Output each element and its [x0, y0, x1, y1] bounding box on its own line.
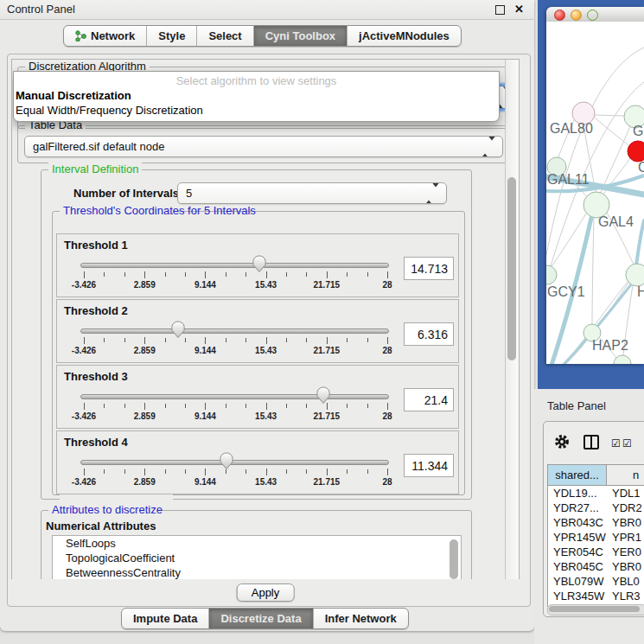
zoom-traffic-light-icon[interactable] — [587, 10, 598, 21]
split-columns-icon[interactable] — [583, 435, 599, 450]
table-cell[interactable]: YLR3 — [608, 589, 641, 603]
tick — [387, 403, 388, 410]
close-traffic-light-icon[interactable] — [554, 10, 565, 21]
network-canvas[interactable]: GAL80 G. C GAL11 GAL4 GCY1 H HAP2 — [546, 22, 644, 364]
column-header-shared-name[interactable]: shared... — [547, 464, 607, 486]
network-graph: GAL80 G. C GAL11 GAL4 GCY1 H HAP2 — [546, 22, 644, 364]
tick — [387, 337, 388, 344]
table-cell[interactable]: YPR145W — [548, 530, 608, 545]
float-window-icon[interactable] — [495, 5, 505, 15]
table-cell[interactable]: YER054C — [548, 545, 608, 559]
network-edge[interactable] — [595, 115, 624, 116]
application-window: Control Panel ✕ Network Style Select Cyn… — [0, 0, 644, 644]
table-cell[interactable]: YPR1 — [608, 530, 641, 545]
network-node-selected-red[interactable] — [628, 141, 644, 162]
threshold-label: Threshold 1 — [64, 239, 128, 252]
slider-thumb[interactable] — [316, 386, 331, 405]
stepper-icon[interactable] — [481, 140, 495, 153]
tab-select[interactable]: Select — [197, 26, 253, 46]
table-cell[interactable]: YBR045C — [548, 559, 608, 574]
control-panel: Control Panel ✕ Network Style Select Cyn… — [0, 0, 534, 631]
horizontal-scrollbar[interactable] — [547, 604, 644, 615]
network-view-window[interactable]: GAL80 G. C GAL11 GAL4 GCY1 H HAP2 — [546, 7, 644, 364]
node-label: GCY1 — [547, 284, 585, 299]
network-edge-highlighted[interactable] — [636, 220, 644, 265]
attribute-item[interactable]: BetweennessCentrality — [53, 565, 461, 580]
tick-label: 21.715 — [314, 280, 341, 290]
list-scrollbar[interactable] — [450, 538, 459, 581]
table-row[interactable]: YER054CYER0 — [548, 545, 644, 559]
table-row[interactable]: YBR045CYBR0 — [548, 559, 644, 574]
network-node-gcy1[interactable] — [546, 265, 557, 284]
table-header: shared... n — [547, 464, 644, 486]
network-edge[interactable] — [592, 218, 594, 324]
threshold-slider[interactable]: -3.4262.8599.14415.4321.71528 — [80, 321, 389, 359]
table-row[interactable]: YDL19...YDL1 — [548, 486, 644, 501]
table-cell[interactable]: YBR043C — [548, 515, 608, 530]
table-cell[interactable]: YBR0 — [608, 515, 641, 530]
number-of-intervals-combobox[interactable]: 5 — [177, 182, 447, 204]
table-row[interactable]: YDR27...YDR2 — [548, 501, 644, 515]
slider-ruler: -3.4262.8599.14415.4321.71528 — [84, 337, 387, 358]
apply-button[interactable]: Apply — [237, 583, 295, 602]
popup-option-manual[interactable]: Manual Discretization — [14, 88, 499, 103]
threshold-value-field[interactable]: 6.316 — [404, 322, 454, 346]
minimize-traffic-light-icon[interactable] — [571, 10, 582, 21]
table-row[interactable]: YPR145WYPR1 — [548, 530, 644, 545]
tab-label: Cyni Toolbox — [265, 29, 335, 42]
table-cell[interactable]: YBR0 — [608, 559, 641, 574]
control-panel-titlebar[interactable]: Control Panel ✕ — [0, 0, 534, 20]
tab-discretize-data[interactable]: Discretize Data — [209, 609, 313, 628]
threshold-value-field[interactable]: 21.4 — [404, 388, 454, 411]
close-icon[interactable]: ✕ — [514, 3, 524, 16]
stepper-icon[interactable] — [425, 187, 439, 200]
threshold-slider[interactable]: -3.4262.8599.14415.4321.71528 — [80, 386, 389, 424]
attribute-item[interactable]: TopologicalCoefficient — [53, 551, 461, 565]
vertical-scrollbar-thumb[interactable] — [507, 177, 516, 360]
tick-label: 9.144 — [194, 477, 216, 487]
tick-label: 28 — [382, 477, 392, 487]
table-cell[interactable]: YBL079W — [548, 574, 608, 589]
horizontal-scrollbar-thumb[interactable] — [549, 606, 640, 612]
table-row[interactable]: YLR345WYLR3 — [548, 589, 644, 603]
vertical-scrollbar[interactable] — [505, 60, 519, 580]
checkbox-icon[interactable]: ☑ — [611, 439, 621, 448]
slider-thumb[interactable] — [219, 452, 233, 470]
table-cell[interactable]: YLR345W — [548, 589, 608, 603]
column-header-name[interactable]: n — [607, 464, 644, 486]
checkbox-icon[interactable]: ☑ — [622, 439, 632, 448]
tab-label: Style — [158, 29, 185, 42]
slider-thumb[interactable] — [252, 255, 266, 273]
threshold-slider[interactable]: -3.4262.8599.14415.4321.71528 — [80, 255, 389, 293]
slider-thumb[interactable] — [170, 321, 185, 339]
attribute-item[interactable]: SelfLoops — [53, 536, 461, 551]
settings-gear-icon[interactable] — [554, 434, 570, 452]
tab-cyni-toolbox[interactable]: Cyni Toolbox — [254, 26, 348, 46]
table-cell[interactable]: YBL0 — [608, 574, 640, 589]
numerical-attributes-list: SelfLoopsTopologicalCoefficientBetweenne… — [53, 536, 461, 580]
tab-network[interactable]: Network — [64, 26, 147, 46]
network-node-h[interactable] — [626, 264, 644, 286]
tick-label: -3.426 — [72, 280, 96, 290]
table-cell[interactable]: YDR27... — [548, 501, 608, 515]
tab-infer-network[interactable]: Infer Network — [314, 609, 408, 628]
table-cell[interactable]: YDL1 — [608, 486, 641, 501]
threshold-value-field[interactable]: 11.344 — [404, 454, 454, 477]
threshold-slider[interactable]: -3.4262.8599.14415.4321.71528 — [80, 452, 389, 490]
table-cell[interactable]: YDL19... — [548, 486, 608, 501]
tab-style[interactable]: Style — [147, 26, 197, 46]
bottom-tab-bar: Impute Data Discretize Data Infer Networ… — [121, 608, 409, 629]
network-node-bottom[interactable] — [614, 355, 631, 364]
table-cell[interactable]: YDR2 — [608, 501, 642, 515]
tab-jactivemnodules[interactable]: jActiveMNodules — [348, 26, 461, 46]
table-row[interactable]: YBL079WYBL0 — [548, 574, 644, 589]
numerical-attributes-listbox[interactable]: SelfLoopsTopologicalCoefficientBetweenne… — [52, 535, 462, 581]
popup-option-equal-width[interactable]: Equal Width/Frequency Discretization — [14, 103, 499, 118]
table-cell[interactable]: YER0 — [608, 545, 641, 559]
tab-impute-data[interactable]: Impute Data — [122, 609, 209, 628]
list-scrollbar-thumb[interactable] — [450, 539, 458, 579]
table-row[interactable]: YBR043CYBR0 — [548, 515, 644, 530]
network-window-titlebar[interactable] — [546, 7, 644, 22]
threshold-value-field[interactable]: 14.713 — [404, 257, 454, 280]
table-data-combobox[interactable]: galFiltered.sif default node — [24, 136, 503, 157]
